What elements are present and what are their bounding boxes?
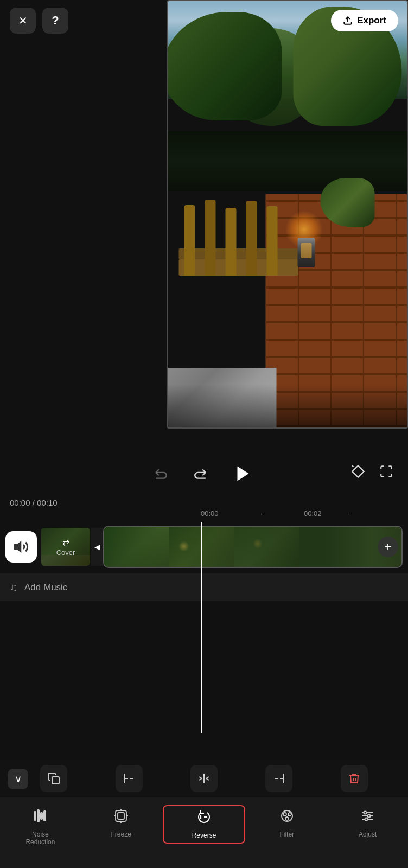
svg-point-34 [364, 812, 366, 814]
light-spot-1 [178, 541, 189, 552]
play-icon [233, 464, 253, 483]
clip-collapse-arrow[interactable]: ◀ [91, 528, 103, 566]
timeline-section: 00:00 / 00:10 00:00 · 00:02 · [0, 496, 408, 739]
cover-clip-content: ⇄ Cover [56, 537, 75, 557]
timeline-empty [0, 603, 408, 733]
tracks-container: ⇄ Cover ◀ 10.0s [0, 522, 408, 733]
keyframe-button[interactable] [347, 461, 369, 482]
nav-item-adjust[interactable]: Adjust [327, 804, 408, 843]
help-icon: ? [52, 14, 59, 28]
export-button[interactable]: Export [331, 10, 398, 31]
speaker-icon [14, 539, 29, 554]
freeze-label: Freeze [111, 831, 131, 838]
controls-section [0, 445, 408, 496]
clip-thumbnail [104, 527, 401, 567]
fence-post-4 [246, 201, 257, 276]
trim-end-button[interactable] [265, 765, 292, 792]
thumb-frame-3 [234, 527, 299, 567]
svg-point-30 [285, 817, 289, 820]
add-clip-button[interactable]: + [378, 537, 398, 557]
thumb-frame-2 [169, 527, 234, 567]
fence-rail2 [178, 248, 298, 259]
redo-icon [193, 467, 207, 481]
svg-rect-20 [118, 813, 124, 819]
reverse-icon [196, 809, 212, 828]
svg-rect-15 [34, 812, 36, 820]
add-music-label: Add Music [24, 582, 67, 593]
track-row: ⇄ Cover ◀ 10.0s [0, 522, 408, 571]
duplicate-button[interactable] [40, 765, 67, 792]
svg-point-35 [367, 815, 370, 818]
fence [178, 189, 298, 276]
time-marker-dot2: · [347, 509, 349, 518]
fence-post-3 [225, 208, 236, 276]
export-label: Export [357, 15, 386, 26]
total-time: 00:10 [37, 498, 58, 507]
playhead [201, 522, 202, 733]
svg-line-1 [352, 465, 353, 467]
nav-item-noise-reduction[interactable]: NoiseReduction [0, 804, 81, 851]
trim-start-button[interactable] [116, 765, 143, 792]
thumb-frame-1 [104, 527, 169, 567]
light-spot-2 [253, 539, 263, 548]
trim-start-icon [123, 772, 136, 785]
bottom-vignette [168, 384, 407, 427]
left-arrow-icon: ◀ [94, 542, 100, 551]
svg-rect-17 [41, 813, 42, 819]
cover-label-text: Cover [56, 548, 75, 557]
video-preview [167, 0, 408, 429]
nav-item-freeze[interactable]: Freeze [81, 804, 162, 843]
help-button[interactable]: ? [42, 8, 68, 34]
adjust-label: Adjust [359, 831, 377, 838]
svg-marker-2 [15, 542, 20, 551]
fullscreen-icon [379, 464, 393, 478]
controls-bar [0, 450, 408, 493]
collapse-button[interactable]: ∨ [8, 769, 28, 789]
fence-rail [178, 259, 298, 276]
current-time: 00:00 [10, 498, 30, 507]
fence-post-5 [266, 206, 277, 276]
cover-clip-inner: ⇄ Cover [41, 528, 90, 566]
svg-point-28 [283, 813, 286, 816]
bottom-nav: NoiseReduction Freeze Reverse [0, 797, 408, 868]
diamond-icon [351, 464, 365, 478]
lantern-flame [301, 243, 311, 258]
undo-button[interactable] [150, 463, 172, 484]
close-icon: ✕ [18, 14, 28, 27]
svg-rect-16 [37, 810, 39, 822]
nav-item-filter[interactable]: Filter [246, 804, 327, 843]
music-note-icon: ♫ [10, 581, 18, 593]
play-button[interactable] [228, 459, 258, 488]
delete-button[interactable] [341, 765, 368, 792]
right-controls [347, 461, 397, 482]
close-button[interactable]: ✕ [10, 8, 36, 34]
edit-toolbar [0, 760, 408, 797]
fullscreen-button[interactable] [375, 461, 397, 482]
time-markers-row: 00:00 · 00:02 · [0, 509, 408, 522]
lantern-body [297, 238, 315, 267]
svg-point-29 [288, 813, 291, 816]
cover-reverse-icon: ⇄ [62, 537, 69, 547]
audio-icon-button[interactable] [5, 531, 37, 563]
water-area [168, 131, 407, 191]
adjust-icon [360, 808, 375, 827]
svg-line-11 [206, 778, 209, 780]
duplicate-icon [47, 772, 60, 785]
filter-label: Filter [279, 831, 294, 838]
redo-button[interactable] [189, 463, 211, 484]
video-clip-strip[interactable]: 10.0s + [103, 526, 403, 568]
fence-post-2 [205, 200, 215, 276]
split-button[interactable] [190, 765, 218, 792]
video-area [0, 0, 408, 445]
cover-clip[interactable]: ⇄ Cover [41, 528, 90, 566]
time-separator: / [33, 498, 35, 507]
noise-reduction-icon [33, 808, 48, 827]
export-icon [343, 16, 353, 25]
add-music-row[interactable]: ♫ Add Music [0, 573, 408, 601]
plus-icon: + [385, 540, 392, 554]
nav-item-reverse[interactable]: Reverse [163, 805, 246, 844]
time-marker-dot1: · [260, 509, 263, 518]
svg-line-9 [199, 778, 202, 780]
top-bar-left: ✕ ? [10, 8, 68, 34]
time-marker-0: 00:00 [201, 509, 219, 518]
